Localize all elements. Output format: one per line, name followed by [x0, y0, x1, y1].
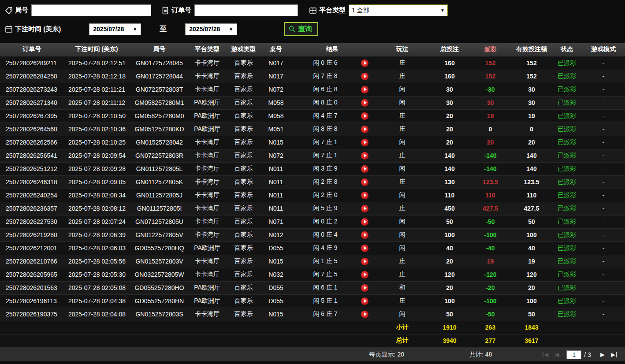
- play-icon[interactable]: [361, 86, 368, 93]
- cell-result: 闲 5 庄 9: [290, 202, 375, 215]
- cell-order-no: 250728026196113: [0, 294, 64, 308]
- play-icon[interactable]: [361, 192, 368, 199]
- play-icon[interactable]: [361, 284, 368, 292]
- cell-payout: 19: [469, 255, 511, 268]
- cell-total-bet: 100: [430, 294, 469, 308]
- cell-bet-time: 2025-07-28 02:09:54: [64, 149, 129, 162]
- cell-game-mode: -: [582, 241, 625, 255]
- table-row: 2507280261961132025-07-28 02:04:38GD0552…: [0, 294, 625, 308]
- cell-valid-bet: 120: [511, 268, 552, 281]
- play-icon[interactable]: [361, 152, 368, 160]
- table-row: 2507280262015632025-07-28 02:05:08GD0552…: [0, 281, 625, 294]
- cell-bet-time: 2025-07-28 02:12:18: [64, 70, 129, 83]
- date-to-picker[interactable]: 2025/07/28 ▼: [185, 23, 237, 35]
- cell-table-no: N071: [262, 215, 290, 228]
- cell-total-bet: 120: [430, 268, 469, 281]
- cell-total-bet: 20: [430, 255, 469, 268]
- order-number-input[interactable]: [194, 4, 298, 16]
- result-text: 闲 1 庄 5: [290, 257, 361, 265]
- cell-game-type: 百家乐: [225, 83, 262, 96]
- cell-game-mode: -: [582, 123, 625, 136]
- play-icon[interactable]: [361, 112, 368, 120]
- play-icon[interactable]: [361, 73, 368, 80]
- cell-round-no: GN0112572805L: [129, 162, 190, 175]
- cell-game-type: 百家乐: [225, 268, 262, 281]
- platform-type-value: 1.全部: [352, 7, 369, 15]
- result-text: 闲 2 庄 0: [290, 191, 361, 199]
- cell-valid-bet: 50: [511, 308, 552, 321]
- play-icon[interactable]: [361, 165, 368, 173]
- play-icon[interactable]: [361, 271, 368, 279]
- next-page-icon[interactable]: ▶: [600, 352, 605, 357]
- round-number-input[interactable]: [31, 4, 151, 16]
- cell-status: 已派彩: [552, 268, 582, 281]
- prev-page-icon[interactable]: ◀: [554, 352, 559, 357]
- cell-round-no: GN0722572803T: [129, 83, 190, 96]
- play-icon[interactable]: [361, 99, 368, 107]
- cell-play-type: 庄: [375, 149, 430, 162]
- result-text: 闲 7 庄 1: [290, 152, 361, 160]
- play-icon[interactable]: [361, 245, 368, 252]
- last-page-icon[interactable]: ▶: [611, 352, 617, 357]
- cell-round-no: GM058257280M1: [129, 96, 190, 109]
- total-valid-bet: 3617: [511, 334, 552, 347]
- cell-game-mode: -: [582, 136, 625, 149]
- chevron-down-icon: ▼: [133, 27, 137, 32]
- result-text: 闲 3 庄 9: [290, 165, 361, 173]
- cell-table-no: M058: [262, 96, 290, 109]
- cell-total-bet: 450: [430, 202, 469, 215]
- filter-row-2: 下注时间 (美东) 2025/07/28 ▼ 至 2025/07/28 ▼ 查询: [4, 22, 620, 36]
- calendar-icon: [4, 25, 13, 33]
- cell-status: 已派彩: [552, 149, 582, 162]
- cell-platform: 卡卡湾厅: [190, 83, 225, 96]
- cell-round-no: GN01725728045: [129, 56, 190, 70]
- header-payout: 派彩: [469, 43, 511, 56]
- play-icon[interactable]: [361, 311, 368, 318]
- play-icon[interactable]: [361, 178, 368, 186]
- header-total-bet: 总投注: [430, 43, 469, 56]
- play-icon[interactable]: [361, 258, 368, 265]
- subtotal-label: 小计: [375, 321, 430, 334]
- cell-total-bet: 160: [430, 70, 469, 83]
- cell-play-type: 闲: [375, 96, 430, 109]
- cell-play-type: 闲: [375, 162, 430, 175]
- play-icon[interactable]: [361, 59, 368, 67]
- cell-payout: -30: [469, 83, 511, 96]
- cell-platform: 卡卡湾厅: [190, 215, 225, 228]
- cell-table-no: N011: [262, 189, 290, 202]
- cell-valid-bet: 152: [511, 56, 552, 70]
- cell-valid-bet: 0: [511, 123, 552, 136]
- query-button[interactable]: 查询: [284, 22, 318, 36]
- total-count-info: 共计: 48: [469, 351, 492, 359]
- per-page-label: 每页显示:: [369, 351, 396, 358]
- page-number-input[interactable]: [566, 350, 581, 359]
- cell-platform: 卡卡湾厅: [190, 70, 225, 83]
- cell-valid-bet: 140: [511, 149, 552, 162]
- cell-status: 已派彩: [552, 308, 582, 321]
- header-round-no: 局号: [129, 43, 190, 56]
- cell-bet-time: 2025-07-28 02:10:25: [64, 136, 129, 149]
- first-page-icon[interactable]: ◀: [543, 352, 548, 357]
- play-icon[interactable]: [361, 218, 368, 226]
- play-icon[interactable]: [361, 297, 368, 305]
- table-row: 2507280262275302025-07-28 02:07:24GN0712…: [0, 215, 625, 228]
- page-separator: /: [584, 351, 586, 358]
- cell-table-no: N011: [262, 202, 290, 215]
- cell-total-bet: 100: [430, 228, 469, 241]
- platform-type-select[interactable]: 1.全部 ▼: [349, 4, 448, 16]
- cell-valid-bet: 20: [511, 281, 552, 294]
- cell-status: 已派彩: [552, 281, 582, 294]
- header-table-no: 桌号: [262, 43, 290, 56]
- play-icon[interactable]: [361, 231, 368, 239]
- play-icon[interactable]: [361, 139, 368, 146]
- cell-bet-time: 2025-07-28 02:05:30: [64, 268, 129, 281]
- date-from-picker[interactable]: 2025/07/28 ▼: [89, 23, 141, 35]
- cell-game-mode: -: [582, 308, 625, 321]
- cell-order-no: 250728026190375: [0, 308, 64, 321]
- play-icon[interactable]: [361, 126, 368, 133]
- chevron-down-icon: ▼: [229, 27, 233, 32]
- cell-payout: 30: [469, 96, 511, 109]
- cell-order-no: 250728026205965: [0, 268, 64, 281]
- cell-round-no: GD055257280HO: [129, 281, 190, 294]
- play-icon[interactable]: [361, 205, 368, 212]
